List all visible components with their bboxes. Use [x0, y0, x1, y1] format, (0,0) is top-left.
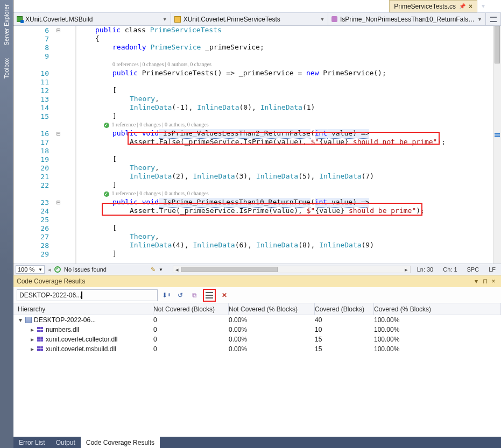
scrollbar-thumb[interactable]: [495, 26, 500, 63]
test-ok-icon: [104, 191, 109, 197]
header-hierarchy[interactable]: Hierarchy: [13, 303, 153, 315]
module-icon: [37, 346, 44, 352]
back-icon[interactable]: ◂: [48, 266, 51, 273]
table-row[interactable]: ▸numbers.dll00.00%10100.00%: [13, 325, 501, 335]
chevron-down-icon: ▼: [477, 17, 482, 22]
vtab-toolbox[interactable]: Toolbox: [2, 54, 11, 83]
expand-toggle[interactable]: ▸: [30, 336, 35, 343]
split-toggle[interactable]: [486, 13, 501, 25]
window-menu-icon[interactable]: ▾: [472, 277, 481, 286]
line-indicator[interactable]: Ln: 30: [414, 266, 437, 273]
header-notcovered-blocks[interactable]: Not Covered (Blocks): [153, 303, 229, 315]
expand-toggle[interactable]: ▸: [30, 326, 35, 333]
sidebar-toolstrip-ext: [0, 275, 13, 448]
coverage-column-headers: Hierarchy Not Covered (Blocks) Not Cover…: [13, 303, 501, 315]
merge-icon[interactable]: ⧉: [189, 290, 200, 301]
scroll-left-icon[interactable]: ◂: [173, 266, 181, 273]
chevron-down-icon: ▼: [320, 17, 324, 22]
navigation-bar: XUnit.Coverlet.MSBuild ▼ XUnit.Coverlet.…: [13, 13, 501, 26]
close-icon[interactable]: ×: [469, 3, 472, 10]
header-notcovered-pct[interactable]: Not Covered (% Blocks): [229, 303, 315, 315]
zoom-dropdown[interactable]: 100 %▼: [16, 265, 45, 274]
class-dropdown[interactable]: XUnit.Coverlet.PrimeServiceTests ▼: [171, 13, 329, 25]
sidebar-toolstrip: Server Explorer Toolbox: [0, 0, 13, 275]
vertical-scrollbar[interactable]: [493, 26, 501, 264]
project-name: XUnit.Coverlet.MSBuild: [25, 16, 93, 23]
table-row[interactable]: ▸xunit.coverlet.collector.dll00.00%15100…: [13, 335, 501, 344]
scrollbar-thumb[interactable]: [181, 267, 278, 272]
split-icon: [490, 17, 497, 22]
coverage-toolbar: DESKTOP-2022-06... ⬇⬆ ↺ ⧉ ✕: [13, 287, 501, 303]
scroll-marker: [495, 133, 500, 134]
csproj-icon: [17, 16, 23, 22]
pin-icon[interactable]: 📌: [459, 3, 465, 9]
panel-title-bar[interactable]: Code Coverage Results ▾ ⊓ ×: [13, 275, 501, 287]
import-icon[interactable]: ⬇⬆: [161, 290, 172, 301]
class-name: XUnit.Coverlet.PrimeServiceTests: [184, 16, 280, 23]
expand-toggle[interactable]: ▸: [30, 345, 35, 353]
expand-toggle[interactable]: ▾: [18, 316, 23, 324]
outline-toggle[interactable]: ⊟: [54, 26, 63, 34]
col-indicator[interactable]: Ch: 1: [440, 266, 460, 273]
code-body[interactable]: public class PrimeServiceTests { readonl…: [78, 26, 501, 264]
result-icon: [25, 317, 32, 323]
results-dropdown[interactable]: DESKTOP-2022-06...: [17, 289, 158, 301]
code-area[interactable]: 6⊟ 7 8 9 10 11 12 13 14 15 16⊟ 17 18 19 …: [13, 26, 501, 264]
row-name: DESKTOP-2022-06...: [34, 316, 96, 324]
row-name: xunit.coverlet.msbuild.dll: [46, 345, 116, 353]
scroll-marker: [495, 136, 500, 137]
outline-toggle[interactable]: ⊟: [54, 198, 63, 207]
tab-primeservicetests[interactable]: PrimeServiceTests.cs 📌 ×: [389, 0, 477, 12]
row-name: xunit.coverlet.collector.dll: [46, 336, 117, 343]
panel-title: Code Coverage Results: [17, 278, 85, 285]
tab-label: PrimeServiceTests.cs: [394, 3, 456, 10]
bottom-toolwindow-tabs: Error List Output Code Coverage Results: [13, 437, 501, 448]
project-dropdown[interactable]: XUnit.Coverlet.MSBuild ▼: [13, 13, 171, 25]
class-icon: [174, 16, 181, 23]
outline-toggle[interactable]: ⊟: [54, 130, 63, 138]
member-name: IsPrime_NonPrimesLessThan10_ReturnFalse(…: [340, 16, 475, 23]
pin-icon[interactable]: ⊓: [481, 277, 489, 286]
issues-text: No issues found: [64, 266, 107, 273]
module-icon: [37, 337, 44, 343]
horizontal-scrollbar[interactable]: ◂ ▸: [173, 266, 411, 273]
vtab-server-explorer[interactable]: Server Explorer: [2, 0, 11, 49]
coverage-rows[interactable]: ▾DESKTOP-2022-06...00.00%40100.00%▸numbe…: [13, 315, 501, 437]
remove-icon[interactable]: ✕: [219, 290, 230, 301]
change-tracker: [75, 26, 76, 264]
ok-icon: [54, 266, 61, 273]
text-cursor: [81, 291, 82, 299]
header-covered-pct[interactable]: Covered (% Blocks): [374, 303, 501, 315]
code-coverage-panel: Code Coverage Results ▾ ⊓ × DESKTOP-2022…: [13, 275, 501, 437]
method-icon: [331, 16, 337, 22]
eol-indicator[interactable]: LF: [485, 266, 499, 273]
tabs-indicator[interactable]: SPC: [464, 266, 483, 273]
table-row[interactable]: ▾DESKTOP-2022-06...00.00%40100.00%: [13, 315, 501, 325]
refresh-icon[interactable]: ↺: [175, 290, 186, 301]
line-number-gutter: 6⊟ 7 8 9 10 11 12 13 14 15 16⊟ 17 18 19 …: [13, 26, 78, 264]
brush-icon[interactable]: ✎: [151, 266, 156, 273]
header-covered-blocks[interactable]: Covered (Blocks): [315, 303, 374, 315]
gear-icon[interactable]: ✿: [489, 0, 501, 12]
tab-code-coverage[interactable]: Code Coverage Results: [81, 437, 160, 448]
lines-icon: [206, 292, 213, 298]
row-name: numbers.dll: [46, 326, 79, 333]
results-name: DESKTOP-2022-06...: [19, 291, 81, 299]
close-icon[interactable]: ×: [489, 277, 498, 286]
test-ok-icon: [104, 123, 109, 128]
table-row[interactable]: ▸xunit.coverlet.msbuild.dll00.00%15100.0…: [13, 344, 501, 354]
member-dropdown[interactable]: IsPrime_NonPrimesLessThan10_ReturnFalse(…: [328, 13, 486, 25]
module-icon: [37, 327, 44, 333]
editor-status-bar: 100 %▼ ◂ No issues found ✎▼ ◂ ▸ Ln: 30 C…: [13, 264, 501, 275]
code-editor-pane: PrimeServiceTests.cs 📌 × ▾ ✿ XUnit.Cover…: [13, 0, 501, 275]
highlight-coverage-button[interactable]: [203, 289, 216, 302]
chevron-down-icon: ▼: [163, 17, 167, 22]
scroll-right-icon[interactable]: ▸: [403, 266, 410, 273]
tab-output[interactable]: Output: [51, 437, 81, 448]
document-tab-well: PrimeServiceTests.cs 📌 × ▾ ✿: [13, 0, 501, 13]
window-dropdown-icon[interactable]: ▾: [477, 0, 489, 12]
tab-error-list[interactable]: Error List: [13, 437, 51, 448]
